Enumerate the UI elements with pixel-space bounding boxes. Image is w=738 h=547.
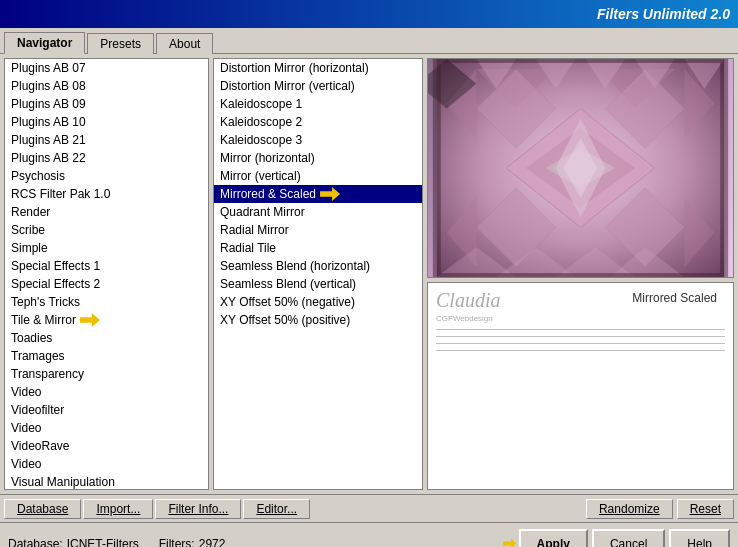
left-panel-item[interactable]: Render: [5, 203, 208, 221]
left-panel-item[interactable]: Video: [5, 383, 208, 401]
tab-presets[interactable]: Presets: [87, 33, 154, 54]
left-panel-item[interactable]: Tramages: [5, 347, 208, 365]
left-panel[interactable]: Plugins AB 07Plugins AB 08Plugins AB 09P…: [4, 58, 209, 490]
middle-panel-item[interactable]: Kaleidoscope 2: [214, 113, 422, 131]
separator-1: [436, 329, 725, 330]
left-panel-item[interactable]: Plugins AB 09: [5, 95, 208, 113]
editor-button[interactable]: Editor...: [243, 499, 310, 519]
middle-panel-item[interactable]: Kaleidoscope 3: [214, 131, 422, 149]
right-panel: Claudia CGFWebdesign Mirrored Scaled: [427, 58, 734, 490]
bottom-toolbar: Database Import... Filter Info... Editor…: [0, 494, 738, 522]
title-bar: Filters Unlimited 2.0: [0, 0, 738, 28]
left-panel-item[interactable]: Teph's Tricks: [5, 293, 208, 311]
left-panel-item[interactable]: Video: [5, 455, 208, 473]
left-panel-item[interactable]: Simple: [5, 239, 208, 257]
middle-panel-item[interactable]: Distortion Mirror (vertical): [214, 77, 422, 95]
left-panel-item[interactable]: Tile & Mirror: [5, 311, 208, 329]
middle-panel-item[interactable]: Mirrored & Scaled: [214, 185, 422, 203]
separator-3: [436, 343, 725, 344]
cancel-button[interactable]: Cancel: [592, 529, 665, 548]
middle-panel-item[interactable]: Quadrant Mirror: [214, 203, 422, 221]
middle-panel-item[interactable]: Kaleidoscope 1: [214, 95, 422, 113]
separator-4: [436, 350, 725, 351]
left-panel-item[interactable]: Plugins AB 08: [5, 77, 208, 95]
middle-panel-item[interactable]: Radial Tile: [214, 239, 422, 257]
tab-navigator[interactable]: Navigator: [4, 32, 85, 54]
left-panel-item[interactable]: Plugins AB 22: [5, 149, 208, 167]
middle-panel-item[interactable]: XY Offset 50% (negative): [214, 293, 422, 311]
left-panel-item[interactable]: Toadies: [5, 329, 208, 347]
middle-panel-item[interactable]: Mirror (horizontal): [214, 149, 422, 167]
preview-svg: [428, 59, 733, 277]
filter-info-button[interactable]: Filter Info...: [155, 499, 241, 519]
left-panel-item[interactable]: Plugins AB 07: [5, 59, 208, 77]
left-panel-item[interactable]: Video: [5, 419, 208, 437]
left-panel-item[interactable]: Transparency: [5, 365, 208, 383]
reset-button[interactable]: Reset: [677, 499, 734, 519]
middle-panel-item[interactable]: Radial Mirror: [214, 221, 422, 239]
left-panel-item[interactable]: Psychosis: [5, 167, 208, 185]
middle-panel-item[interactable]: Seamless Blend (vertical): [214, 275, 422, 293]
import-button[interactable]: Import...: [83, 499, 153, 519]
filters-label: Filters:: [159, 537, 195, 548]
selected-arrow-icon: [320, 187, 340, 201]
left-panel-item[interactable]: Special Effects 2: [5, 275, 208, 293]
filter-name-display: Mirrored Scaled: [632, 289, 717, 307]
left-panel-item[interactable]: Plugins AB 21: [5, 131, 208, 149]
rand-reset-area: Randomize Reset: [586, 499, 734, 519]
database-label: Database:: [8, 537, 63, 548]
randomize-button[interactable]: Randomize: [586, 499, 673, 519]
middle-panel-item[interactable]: Distortion Mirror (horizontal): [214, 59, 422, 77]
preview-image: [427, 58, 734, 278]
info-panel: Claudia CGFWebdesign Mirrored Scaled: [427, 282, 734, 490]
left-panel-item[interactable]: Visual Manipulation: [5, 473, 208, 490]
middle-panel[interactable]: Distortion Mirror (horizontal)Distortion…: [213, 58, 423, 490]
left-panel-item[interactable]: Scribe: [5, 221, 208, 239]
left-panel-item[interactable]: Special Effects 1: [5, 257, 208, 275]
left-panel-item[interactable]: VideoRave: [5, 437, 208, 455]
middle-panel-item[interactable]: Mirror (vertical): [214, 167, 422, 185]
tab-about[interactable]: About: [156, 33, 213, 54]
middle-panel-item[interactable]: Seamless Blend (horizontal): [214, 257, 422, 275]
main-content: Plugins AB 07Plugins AB 08Plugins AB 09P…: [0, 54, 738, 494]
action-buttons-row: Database: ICNET-Filters Filters: 2972 Ap…: [0, 522, 738, 547]
left-panel-item[interactable]: Videofilter: [5, 401, 208, 419]
help-button[interactable]: Help: [669, 529, 730, 548]
apply-button[interactable]: Apply: [519, 529, 588, 548]
filters-value: 2972: [199, 537, 226, 548]
arrow-icon: [80, 313, 100, 327]
database-button[interactable]: Database: [4, 499, 81, 519]
left-panel-item[interactable]: RCS Filter Pak 1.0: [5, 185, 208, 203]
separator-2: [436, 336, 725, 337]
left-panel-item[interactable]: Plugins AB 10: [5, 113, 208, 131]
app-title: Filters Unlimited 2.0: [597, 6, 730, 22]
database-value: ICNET-Filters: [67, 537, 139, 548]
middle-panel-item[interactable]: XY Offset 50% (positive): [214, 311, 422, 329]
apply-arrow-icon: [503, 539, 517, 548]
watermark-sub: CGFWebdesign: [436, 314, 500, 323]
watermark-text: Claudia: [436, 289, 500, 312]
tab-bar: Navigator Presets About: [0, 28, 738, 54]
watermark-area: Claudia CGFWebdesign Mirrored Scaled: [436, 287, 725, 325]
